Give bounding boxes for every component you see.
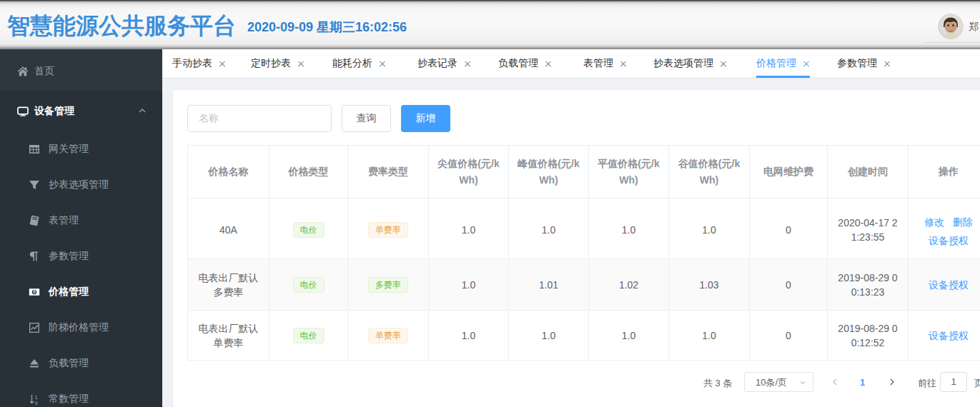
svg-text:9: 9 xyxy=(34,400,37,406)
svg-text:0: 0 xyxy=(33,289,36,294)
